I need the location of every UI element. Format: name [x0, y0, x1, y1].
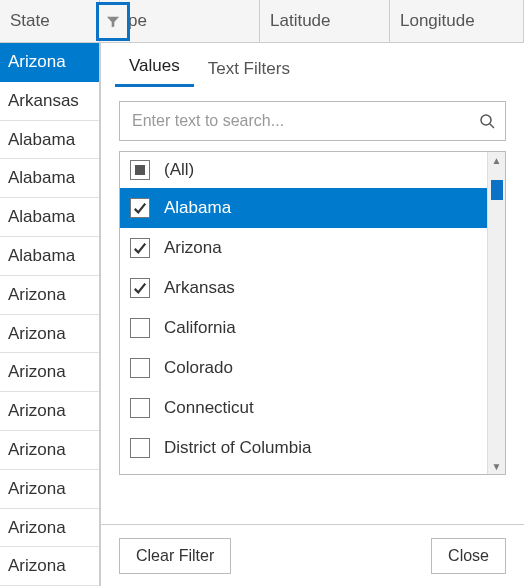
- clear-filter-button[interactable]: Clear Filter: [119, 538, 231, 574]
- column-header-longitude[interactable]: Longitude: [390, 0, 524, 42]
- svg-line-1: [490, 124, 494, 128]
- column-header-latitude-label: Latitude: [270, 11, 331, 31]
- table-row[interactable]: Arizona: [0, 509, 99, 548]
- checkbox[interactable]: [130, 438, 150, 458]
- column-header-state[interactable]: State: [0, 0, 100, 42]
- column-filter-button-state[interactable]: [96, 2, 130, 41]
- filter-value-item[interactable]: California: [120, 308, 487, 348]
- checkbox[interactable]: [130, 398, 150, 418]
- search-icon: [479, 113, 495, 129]
- table-row[interactable]: Arkansas: [0, 82, 99, 121]
- grid-state-column: ArizonaArkansasAlabamaAlabamaAlabamaAlab…: [0, 43, 100, 586]
- close-button[interactable]: Close: [431, 538, 506, 574]
- table-row[interactable]: Arizona: [0, 43, 99, 82]
- filter-value-label: Arkansas: [164, 278, 235, 298]
- column-header-longitude-label: Longitude: [400, 11, 475, 31]
- filter-values-list: (All) AlabamaArizonaArkansasCaliforniaCo…: [119, 151, 506, 475]
- scrollbar-down-icon[interactable]: ▼: [488, 458, 505, 474]
- filter-value-all-label: (All): [164, 160, 194, 180]
- checkbox[interactable]: [130, 198, 150, 218]
- table-row[interactable]: Arizona: [0, 547, 99, 586]
- svg-point-0: [481, 115, 491, 125]
- filter-value-label: Arizona: [164, 238, 222, 258]
- table-row[interactable]: Alabama: [0, 237, 99, 276]
- checkbox[interactable]: [130, 358, 150, 378]
- table-row[interactable]: Arizona: [0, 315, 99, 354]
- scrollbar[interactable]: ▲ ▼: [487, 152, 505, 474]
- filter-tabs: Values Text Filters: [101, 43, 524, 87]
- filter-value-item[interactable]: Alabama: [120, 188, 487, 228]
- checkbox[interactable]: [130, 238, 150, 258]
- table-row[interactable]: Arizona: [0, 276, 99, 315]
- scrollbar-thumb[interactable]: [491, 180, 503, 200]
- filter-value-item[interactable]: District of Columbia: [120, 428, 487, 468]
- filter-panel-footer: Clear Filter Close: [101, 524, 524, 586]
- table-row[interactable]: Arizona: [0, 392, 99, 431]
- filter-value-item[interactable]: Colorado: [120, 348, 487, 388]
- filter-value-label: Alabama: [164, 198, 231, 218]
- checkbox-indeterminate[interactable]: [130, 160, 150, 180]
- table-row[interactable]: Arizona: [0, 431, 99, 470]
- filter-value-item[interactable]: Arkansas: [120, 268, 487, 308]
- filter-value-item[interactable]: Florida: [120, 468, 487, 474]
- table-row[interactable]: Alabama: [0, 159, 99, 198]
- table-row[interactable]: Arizona: [0, 353, 99, 392]
- filter-value-item[interactable]: Arizona: [120, 228, 487, 268]
- tab-text-filters[interactable]: Text Filters: [194, 49, 304, 87]
- filter-value-label: District of Columbia: [164, 438, 311, 458]
- filter-value-item[interactable]: Connecticut: [120, 388, 487, 428]
- tab-values[interactable]: Values: [115, 46, 194, 87]
- column-header-latitude[interactable]: Latitude: [260, 0, 390, 42]
- table-row[interactable]: Alabama: [0, 121, 99, 160]
- column-header-state-label: State: [10, 11, 50, 31]
- table-row[interactable]: Alabama: [0, 198, 99, 237]
- checkbox[interactable]: [130, 318, 150, 338]
- search-box[interactable]: [119, 101, 506, 141]
- filter-value-label: California: [164, 318, 236, 338]
- grid-header: State Type Latitude Longitude: [0, 0, 524, 43]
- checkbox[interactable]: [130, 278, 150, 298]
- filter-panel: Values Text Filters (All) AlabamaArizona…: [100, 43, 524, 586]
- filter-value-label: Connecticut: [164, 398, 254, 418]
- table-row[interactable]: Arizona: [0, 470, 99, 509]
- filter-icon: [106, 15, 120, 29]
- filter-value-label: Colorado: [164, 358, 233, 378]
- search-input[interactable]: [130, 111, 479, 131]
- filter-value-all[interactable]: (All): [120, 152, 487, 188]
- scrollbar-up-icon[interactable]: ▲: [488, 152, 505, 168]
